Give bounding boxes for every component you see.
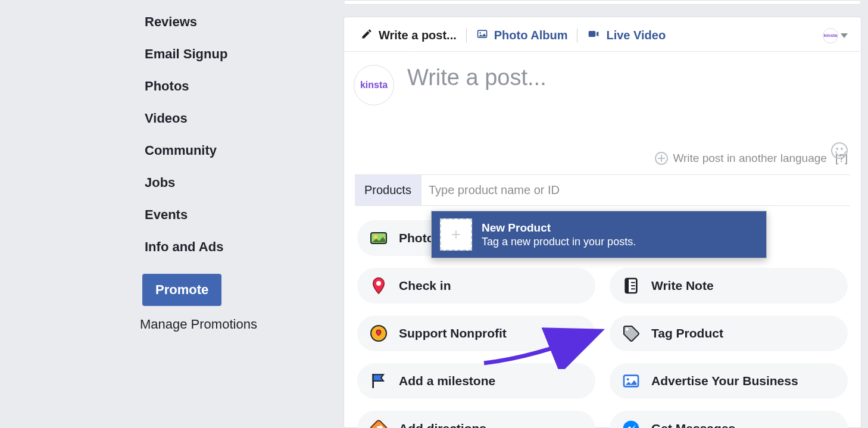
dropdown-text: New Product Tag a new product in your po… — [482, 221, 636, 248]
svg-rect-7 — [626, 279, 629, 293]
sidebar-item-reviews[interactable]: Reviews — [140, 6, 319, 38]
milestone-icon — [368, 370, 389, 392]
svg-rect-2 — [589, 31, 596, 37]
action-label: Check in — [399, 279, 451, 293]
compose-row: kinsta Write a post... — [344, 52, 861, 148]
action-get-messages[interactable]: Get Messages — [610, 411, 848, 428]
action-label: Tag Product — [651, 326, 723, 340]
promote-button[interactable]: Promote — [142, 274, 221, 306]
sidebar-item-videos[interactable]: Videos — [140, 102, 319, 135]
products-bar: Products + New Product Tag a new product… — [355, 174, 850, 206]
page-selector[interactable]: kinsta — [823, 28, 848, 43]
video-icon — [587, 28, 600, 43]
annotation-arrow — [481, 321, 606, 371]
compose-footer: Write post in another language [?] — [344, 148, 861, 172]
action-label: Write Note — [651, 279, 714, 293]
action-check-in[interactable]: Check in — [357, 268, 595, 304]
tab-photo-album[interactable]: Photo Album — [469, 26, 575, 45]
action-label: Get Messages — [651, 421, 735, 428]
svg-point-15 — [627, 378, 629, 380]
advertise-icon — [620, 370, 642, 392]
tab-separator — [577, 29, 577, 43]
sidebar-item-email-signup[interactable]: Email Signup — [140, 38, 319, 70]
sidebar-item-info-ads[interactable]: Info and Ads — [140, 231, 319, 263]
mini-avatar-icon: kinsta — [823, 28, 838, 43]
sidebar-item-community[interactable]: Community — [140, 135, 319, 167]
chevron-down-icon — [841, 33, 848, 38]
action-add-directions[interactable]: Add directions — [357, 411, 595, 428]
photo-video-icon — [368, 227, 389, 249]
svg-point-12 — [626, 328, 629, 331]
active-tab-pointer — [404, 51, 416, 57]
page-nav-sidebar: Reviews Email Signup Photos Videos Commu… — [140, 6, 319, 335]
action-label: Advertise Your Business — [651, 374, 798, 388]
tab-label: Live Video — [606, 29, 666, 42]
note-icon — [620, 275, 642, 296]
tab-label: Photo Album — [494, 29, 568, 42]
plus-circle-icon — [655, 152, 668, 165]
nonprofit-icon — [368, 323, 389, 344]
product-dropdown: + New Product Tag a new product in your … — [431, 211, 767, 258]
sidebar-item-photos[interactable]: Photos — [140, 70, 319, 102]
svg-point-4 — [374, 235, 377, 239]
composer-tabs: Write a post... Photo Album Live Video k… — [344, 17, 861, 52]
manage-promotions-link[interactable]: Manage Promotions — [140, 314, 319, 335]
checkin-icon — [368, 275, 389, 296]
page-avatar: kinsta — [354, 65, 394, 105]
product-search-input[interactable] — [421, 175, 850, 205]
sidebar-item-events[interactable]: Events — [140, 199, 319, 231]
compose-placeholder: Write a post... — [407, 65, 547, 90]
write-another-language-link[interactable]: Write post in another language — [655, 152, 826, 165]
action-write-note[interactable]: Write Note — [610, 268, 848, 304]
messages-icon — [620, 418, 642, 428]
previous-card-sliver — [344, 0, 861, 5]
svg-point-17 — [623, 421, 639, 428]
directions-icon — [368, 418, 389, 428]
svg-point-5 — [376, 281, 381, 286]
svg-point-1 — [479, 32, 481, 34]
photo-icon — [476, 28, 488, 43]
lang-link-label: Write post in another language — [673, 152, 826, 165]
action-tag-product[interactable]: Tag Product — [610, 315, 848, 351]
new-product-placeholder-icon: + — [440, 218, 472, 251]
sidebar-item-jobs[interactable]: Jobs — [140, 167, 319, 199]
emoji-icon[interactable] — [831, 142, 848, 159]
tab-label: Write a post... — [379, 29, 457, 42]
dropdown-subtitle: Tag a new product in your posts. — [482, 236, 636, 248]
tab-live-video[interactable]: Live Video — [580, 26, 673, 45]
action-label: Add a milestone — [399, 374, 495, 388]
dropdown-title: New Product — [482, 221, 636, 235]
compose-textarea[interactable]: Write a post... — [407, 65, 848, 148]
dropdown-item-new-product[interactable]: + New Product Tag a new product in your … — [432, 211, 766, 258]
pencil-icon — [361, 28, 373, 43]
action-label: Add directions — [399, 421, 486, 428]
products-label: Products — [355, 175, 421, 205]
tab-separator — [466, 29, 467, 43]
tab-write-post[interactable]: Write a post... — [354, 26, 464, 45]
tag-product-icon — [620, 323, 642, 344]
action-advertise-business[interactable]: Advertise Your Business — [610, 363, 848, 399]
